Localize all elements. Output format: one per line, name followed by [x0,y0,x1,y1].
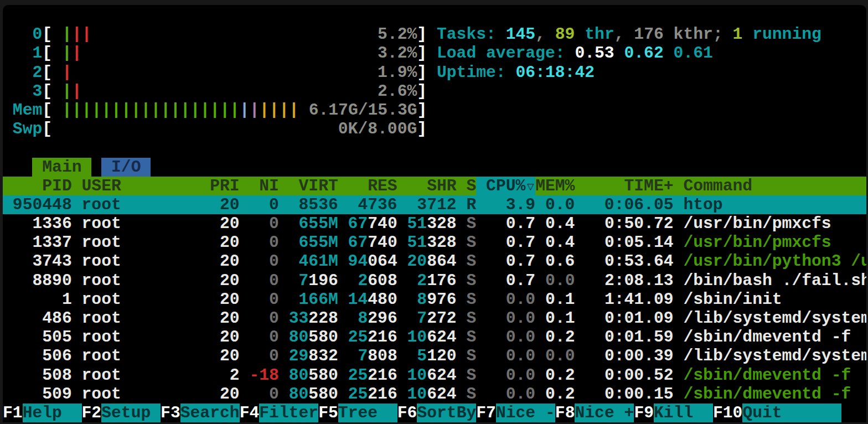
column-header-ni[interactable]: NI [240,177,279,195]
cell-user: root [82,290,200,309]
column-header-cpu-sort[interactable]: CPU%▽ [476,177,535,195]
text-segment: 0.61 [674,44,713,63]
meter-value: 3.2% [378,44,417,63]
cell-virt-pad [279,252,299,271]
tab-io[interactable]: I/O [101,158,151,177]
meter-pad [62,120,338,138]
meter-bar-green: | [161,101,170,120]
fkey-f2[interactable]: F2Setup [82,404,161,422]
cell-pri: 20 [200,385,239,404]
cell-shr-pad [397,214,407,233]
fkey-f1[interactable]: F1Help [3,404,82,422]
cell-ni: 0 [240,214,279,233]
fkey-f8[interactable]: F8Nice + [555,404,634,422]
column-header-res[interactable]: RES [338,177,397,195]
cell-res-hi: 25 [348,366,368,385]
cell-pri: 20 [200,328,239,347]
meter-bar-green: | [121,101,131,120]
column-header-user[interactable]: USER [82,177,200,195]
cell-mem: 0.6 [535,252,575,271]
cell-res-lo: 608 [368,271,397,290]
text-segment: ; [713,25,733,44]
process-row-8890[interactable]: 8890 root 20 0 7196 2608 2176 S 0.7 0.0 … [3,271,866,290]
text-segment: running [742,25,822,44]
meter-bar-red: | [72,82,82,101]
column-header-state[interactable]: S [466,177,476,195]
cell-virt-pad [279,290,299,309]
cell-virt-hi: 166M [299,290,338,309]
cell-mem: 0.2 [535,328,575,347]
column-header-sp[interactable] [72,177,82,195]
meter-gap [52,63,62,82]
process-row-1336[interactable]: 1336 root 20 0 655M 67740 51328 S 0.7 0.… [3,214,866,233]
fkey-f4[interactable]: F4Filter [240,404,319,422]
cell-gap [674,366,684,385]
process-row-509[interactable]: 509 root 20 0 80580 25216 10624 S 0.0 0.… [3,385,866,404]
text-segment: Load average: [437,44,575,63]
cell-res-lo: 296 [368,309,397,328]
column-header-pri[interactable]: PRI [200,177,239,195]
fkey-label: SortBy [417,404,476,422]
column-header-time[interactable]: TIME+ [575,177,673,195]
column-header-mem[interactable]: MEM% [535,177,575,195]
cell-res-lo: 808 [368,347,397,365]
column-header-sp[interactable] [457,177,467,195]
cell-state: S [457,233,477,252]
cell-pri: 20 [200,271,239,290]
process-row-1337[interactable]: 1337 root 20 0 655M 67740 51328 S 0.7 0.… [3,233,866,252]
meter-row-mem: Mem[ |||||||||||||||||||||||| 6.17G/15.3… [3,101,866,120]
fkey-f5[interactable]: F5Tree [318,404,397,422]
cell-shr-hi: 51 [407,233,427,252]
cell-virt-pad [279,347,289,365]
meter-bracket-open: [ [42,82,52,101]
cell-res-pad [338,328,348,347]
meter-value: 2.6% [378,82,417,101]
cell-state: S [457,366,477,385]
column-header-command[interactable]: Command [683,177,752,195]
column-header-sp[interactable] [674,177,684,195]
cell-shr-lo: 176 [427,271,456,290]
column-header-shr[interactable]: SHR [397,177,457,195]
fkey-key: F10 [713,404,742,422]
sort-direction-icon: ▽ [525,178,535,197]
fkey-key: F6 [397,404,417,422]
process-row-505[interactable]: 505 root 20 0 80580 25216 10624 S 0.0 0.… [3,328,866,347]
meter-bracket-open: [ [42,44,52,63]
cell-res-pad [338,347,358,365]
cell-gap [674,271,684,290]
htop-screen: 0[ ||| 5.2%] Tasks: 145, 89 thr, 176 kth… [3,5,866,422]
tab-gap [91,158,101,177]
process-row-486[interactable]: 486 root 20 0 33228 8296 7272 S 0.0 0.1 … [3,309,866,328]
cell-cpu: 0.0 [476,290,535,309]
meter-bar-green: | [220,101,230,120]
cell-virt-pad [279,233,299,252]
meter-bar-green: | [62,44,72,63]
fkey-f7[interactable]: F7Nice - [476,404,555,422]
cell-shr-lo: 120 [427,347,456,365]
text-segment: 89 [555,25,575,44]
cell-gap [72,347,82,365]
meter-gap [52,101,62,120]
cell-shr-lo: 272 [427,309,456,328]
cell-shr-lo: 3712 [417,195,456,214]
meter-row-2: 2[ | 1.9%] Uptime: 06:18:42 [3,63,866,82]
tab-main[interactable]: Main [32,158,91,177]
meter-pad [82,44,378,63]
meter-bar-red: | [72,44,82,63]
column-header-pid[interactable]: PID [3,177,72,195]
cell-mem: 0.0 [535,195,575,214]
process-row-508[interactable]: 508 root 2 -18 80580 25216 10624 S 0.0 0… [3,366,866,385]
process-row-950448[interactable]: 950448 root 20 0 8536 4736 3712 R 3.9 0.… [3,195,866,214]
fkey-f9[interactable]: F9Kill [634,404,713,422]
fkey-f3[interactable]: F3Search [161,404,240,422]
cell-res-hi: 67 [348,233,368,252]
process-row-1[interactable]: 1 root 20 0 166M 14480 8976 S 0.0 0.1 1:… [3,290,866,309]
process-row-3743[interactable]: 3743 root 20 0 461M 94064 20864 S 0.7 0.… [3,252,866,271]
fkey-f10[interactable]: F10Quit [713,404,841,422]
process-row-506[interactable]: 506 root 20 0 29832 7808 5120 S 0.0 0.0 … [3,347,866,365]
meter-label: 1 [3,44,42,63]
column-header-virt[interactable]: VIRT [279,177,338,195]
cell-shr-lo: 976 [427,290,456,309]
cell-state: S [457,347,477,365]
fkey-f6[interactable]: F6SortBy [397,404,477,422]
